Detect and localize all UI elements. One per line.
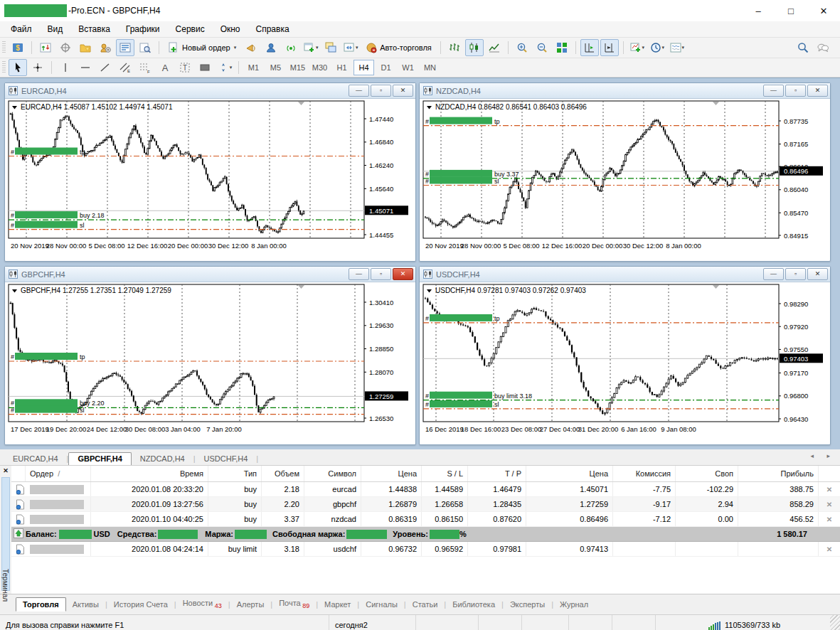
column-header[interactable]: Цена bbox=[361, 466, 422, 481]
column-header[interactable]: S / L bbox=[422, 466, 468, 481]
menu-item-window[interactable]: Окно bbox=[213, 23, 248, 36]
column-header[interactable]: Символ bbox=[304, 466, 361, 481]
equidistant-channel-icon[interactable]: E bbox=[116, 59, 134, 76]
templates-icon[interactable]: ▾ bbox=[668, 39, 686, 56]
timeframe-button-d1[interactable]: D1 bbox=[376, 60, 396, 75]
terminal-tab-market[interactable]: Маркет bbox=[318, 598, 357, 611]
bar-chart-icon[interactable] bbox=[445, 39, 464, 56]
profiles-icon[interactable] bbox=[36, 39, 55, 56]
column-header[interactable]: Прибыль bbox=[738, 466, 819, 481]
timeframe-button-h4[interactable]: H4 bbox=[353, 60, 374, 75]
timeframe-button-m1[interactable]: M1 bbox=[243, 60, 264, 75]
chart-window-titlebar[interactable]: NZDCAD,H4—▫✕ bbox=[420, 83, 830, 99]
timeframe-button-h1[interactable]: H1 bbox=[331, 60, 352, 75]
timeframe-button-w1[interactable]: W1 bbox=[398, 60, 418, 75]
menu-item-view[interactable]: Вид bbox=[40, 23, 71, 36]
menu-item-help[interactable]: Справка bbox=[248, 23, 297, 36]
chart-canvas-eurcad[interactable]: #tp#buy 2.18#sl1.474401.468401.462401.45… bbox=[5, 99, 415, 260]
candlestick-chart-icon[interactable] bbox=[465, 39, 484, 56]
chart-restore-button[interactable]: ▫ bbox=[785, 268, 806, 280]
table-row[interactable]: 2020.01.09 13:27:56buy2.20gbpchf1.268791… bbox=[11, 497, 840, 512]
autotrading-button[interactable]: Авто-торговля bbox=[361, 40, 437, 55]
chart-close-button[interactable]: ✕ bbox=[393, 268, 413, 280]
menu-item-charts[interactable]: Графики bbox=[118, 23, 168, 36]
window-close-button[interactable]: ✕ bbox=[807, 0, 840, 21]
terminal-tab-alerts[interactable]: Алерты bbox=[230, 598, 271, 611]
shapes-icon[interactable] bbox=[196, 59, 214, 76]
timeframe-button-m15[interactable]: M15 bbox=[287, 60, 308, 75]
megaphone-icon[interactable] bbox=[242, 39, 260, 56]
resize-grip[interactable] bbox=[830, 615, 840, 630]
terminal-tab-experts[interactable]: Эксперты bbox=[504, 598, 551, 611]
chart-tab-eurcad[interactable]: EURCAD,H4 bbox=[4, 453, 67, 465]
chart-close-button[interactable]: ✕ bbox=[807, 85, 828, 97]
chart-shift-icon[interactable] bbox=[600, 39, 619, 56]
chart-minimize-button[interactable]: — bbox=[349, 85, 369, 97]
tab-scroll-arrows[interactable]: ◂ ▸ bbox=[810, 452, 836, 459]
navigator-icon[interactable] bbox=[76, 39, 95, 56]
periods-icon[interactable]: ▾ bbox=[648, 39, 666, 56]
terminal-tab-trade[interactable]: Торговля bbox=[16, 597, 66, 612]
chart-close-button[interactable]: ✕ bbox=[393, 85, 413, 97]
chart-restore-button[interactable]: ▫ bbox=[371, 85, 391, 97]
text-icon[interactable]: A bbox=[156, 59, 174, 76]
terminal-tab-articles[interactable]: Статьи bbox=[406, 598, 445, 611]
timeframe-button-m30[interactable]: M30 bbox=[309, 60, 330, 75]
chart-canvas-nzdcad[interactable]: #tp#buy 3.37#sl0.877350.871650.866100.86… bbox=[420, 99, 830, 260]
column-header[interactable]: Цена bbox=[526, 466, 613, 481]
new-chart-icon[interactable]: $ bbox=[9, 39, 27, 56]
accounts-icon[interactable] bbox=[96, 39, 115, 56]
terminal-tab-assets[interactable]: Активы bbox=[66, 598, 105, 611]
column-header[interactable]: T / P bbox=[468, 466, 526, 481]
column-header[interactable]: Тип bbox=[208, 466, 262, 481]
crosshair-icon[interactable] bbox=[28, 59, 47, 76]
terminal-tab-mailbox[interactable]: Почта 89 bbox=[272, 597, 316, 612]
timeframe-button-m5[interactable]: M5 bbox=[265, 60, 286, 75]
close-order-icon[interactable]: ✕ bbox=[819, 542, 840, 556]
chart-tab-nzdcad[interactable]: NZDCAD,H4 bbox=[132, 453, 193, 465]
menu-item-service[interactable]: Сервис bbox=[168, 23, 213, 36]
column-header[interactable]: Время bbox=[91, 466, 208, 481]
add-window-icon[interactable]: ▾ bbox=[302, 39, 320, 56]
line-chart-icon[interactable] bbox=[485, 39, 504, 56]
column-header[interactable]: Своп bbox=[676, 466, 738, 481]
timeframe-button-mn[interactable]: MN bbox=[420, 60, 440, 75]
trendline-icon[interactable] bbox=[96, 59, 115, 76]
terminal-icon[interactable] bbox=[116, 39, 134, 56]
auto-scroll-icon[interactable] bbox=[580, 39, 599, 56]
column-header[interactable]: Комиссия bbox=[613, 466, 676, 481]
chart-window-titlebar[interactable]: EURCAD,H4—▫✕ bbox=[5, 83, 415, 99]
terminal-tab-account-history[interactable]: История Счета bbox=[107, 598, 174, 611]
terminal-close-icon[interactable]: ✕ bbox=[3, 466, 9, 476]
close-order-icon[interactable]: ✕ bbox=[819, 512, 840, 526]
cursor-icon[interactable] bbox=[9, 59, 27, 76]
chart-close-button[interactable]: ✕ bbox=[807, 268, 828, 280]
zoom-in-icon[interactable] bbox=[513, 39, 531, 56]
arrows-icon[interactable]: ▾ bbox=[216, 59, 234, 76]
window-minimize-button[interactable]: – bbox=[742, 0, 775, 21]
terminal-tab-journal[interactable]: Журнал bbox=[553, 598, 595, 611]
tester-icon[interactable] bbox=[136, 39, 154, 56]
chart-restore-button[interactable]: ▫ bbox=[371, 268, 391, 280]
new-order-button[interactable]: Новый ордер▾ bbox=[163, 40, 241, 55]
market-watch-icon[interactable] bbox=[56, 39, 75, 56]
horizontal-line-icon[interactable] bbox=[76, 59, 95, 76]
column-header-order[interactable]: Ордер / bbox=[26, 466, 91, 481]
close-order-icon[interactable]: ✕ bbox=[819, 497, 840, 511]
chart-minimize-button[interactable]: — bbox=[763, 85, 784, 97]
chart-window-titlebar[interactable]: GBPCHF,H4—▫✕ bbox=[5, 267, 415, 282]
vertical-line-icon[interactable] bbox=[56, 59, 75, 76]
search-icon[interactable] bbox=[794, 39, 812, 56]
window-maximize-button[interactable]: □ bbox=[775, 0, 807, 21]
table-row[interactable]: 2020.01.10 04:40:25buy3.37nzdcad0.863190… bbox=[11, 512, 840, 527]
signals-icon[interactable] bbox=[282, 39, 300, 56]
zoom-out-icon[interactable] bbox=[533, 39, 551, 56]
column-header[interactable]: Объем bbox=[262, 466, 304, 481]
chart-minimize-button[interactable]: — bbox=[763, 268, 784, 280]
table-row[interactable]: 2020.01.08 04:24:14buy limit3.18usdchf0.… bbox=[11, 542, 840, 557]
chat-icon[interactable] bbox=[814, 39, 832, 56]
community-icon[interactable] bbox=[262, 39, 280, 56]
chart-minimize-button[interactable]: — bbox=[349, 268, 369, 280]
chart-window-titlebar[interactable]: USDCHF,H4—▫✕ bbox=[420, 267, 830, 282]
chart-canvas-usdchf[interactable]: #tp#buy limit 3.18#sl0.982900.979200.975… bbox=[420, 282, 830, 443]
